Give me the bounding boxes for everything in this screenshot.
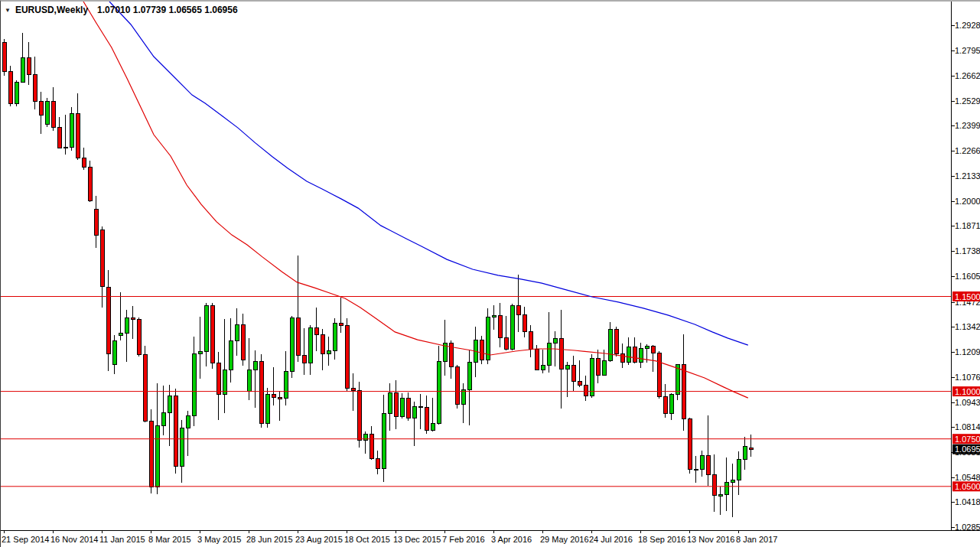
candle-body	[431, 423, 435, 431]
y-tick-label: 1.26620	[955, 71, 980, 80]
svg-text:1.05000: 1.05000	[955, 482, 980, 491]
chart-window: ▼ EURUSD,Weekly 1.07010 1.07739 1.06565 …	[0, 0, 980, 547]
candle-body	[284, 371, 288, 398]
candle-body	[510, 306, 514, 349]
candle-body	[737, 459, 741, 480]
price-scale[interactable]: 1.292801.279501.266201.252901.239951.226…	[952, 21, 980, 532]
y-tick-label: 1.27950	[955, 46, 980, 55]
x-tick-label: 28 Jun 2015	[246, 535, 293, 544]
candle-body	[455, 366, 459, 404]
y-tick-label: 1.12095	[955, 347, 980, 357]
candle-body	[100, 230, 104, 286]
candle-body	[161, 412, 165, 425]
candle-body	[467, 363, 471, 390]
candle-body	[382, 413, 386, 468]
x-tick-label: 24 Jul 2016	[589, 535, 633, 544]
candle-body	[596, 358, 600, 375]
candle-body	[45, 101, 49, 125]
candle-body	[296, 317, 300, 355]
candle-body	[259, 361, 263, 423]
candle-body	[412, 406, 416, 418]
candle-body	[39, 102, 43, 116]
candle-body	[418, 406, 422, 407]
candle-body	[106, 287, 110, 353]
y-tick-label: 1.21335	[955, 171, 980, 181]
y-tick-label: 1.09435	[955, 398, 980, 407]
candle-body	[590, 358, 594, 396]
candle-body	[351, 388, 355, 390]
candle-body	[706, 456, 710, 475]
candle-body	[253, 361, 257, 370]
candle-body	[437, 362, 441, 424]
candle-body	[155, 425, 159, 487]
hline-axis-label: 1.05000	[952, 481, 980, 491]
x-tick-label: 16 Nov 2014	[50, 535, 98, 544]
candle-body	[15, 83, 18, 104]
candle-body	[743, 447, 747, 460]
candle-body	[363, 435, 367, 441]
candle-body	[724, 483, 728, 495]
candle-body	[345, 325, 349, 388]
candle-body	[682, 365, 685, 419]
candle-body	[676, 365, 679, 395]
candle-body	[486, 317, 490, 360]
x-tick-label: 13 Dec 2015	[393, 535, 441, 544]
candle-body	[33, 74, 37, 102]
candle-body	[51, 101, 55, 127]
candle-body	[614, 330, 618, 354]
candle-body	[492, 315, 496, 317]
y-tick-label: 1.10765	[955, 373, 980, 382]
candle-body	[327, 350, 330, 354]
y-tick-label: 1.25290	[955, 96, 980, 106]
candle-body	[57, 127, 61, 148]
candle-body	[388, 393, 392, 414]
ohlc-quote-line: 1.07010 1.07739 1.06565 1.06956	[97, 5, 238, 15]
candle-body	[620, 354, 624, 363]
candle-body	[504, 337, 508, 349]
candle-body	[217, 363, 220, 394]
symbol-period-label: EURUSD,Weekly	[15, 5, 88, 15]
x-tick-label: 23 Aug 2015	[295, 535, 343, 544]
y-tick-label: 1.02855	[955, 523, 980, 532]
x-tick-label: 8 Jan 2017	[736, 535, 777, 544]
candle-body	[400, 398, 404, 417]
candle-body	[302, 356, 306, 363]
chart-background	[1, 2, 980, 547]
x-tick-label: 7 Feb 2016	[442, 535, 485, 544]
candle-body	[76, 114, 80, 158]
candle-body	[578, 382, 581, 386]
price-chart[interactable]: 1.292801.279501.266201.252901.239951.226…	[1, 2, 980, 547]
candle-body	[180, 428, 184, 466]
x-tick-label: 11 Jan 2015	[99, 535, 145, 544]
candle-body	[461, 390, 465, 405]
candle-body	[192, 354, 196, 416]
chart-title-bar: ▼ EURUSD,Weekly 1.07010 1.07739 1.06565 …	[5, 5, 238, 15]
candle-body	[584, 385, 588, 396]
candle-body	[529, 331, 532, 349]
candle-body	[272, 395, 275, 398]
candle-body	[94, 209, 98, 235]
candle-body	[663, 397, 667, 414]
y-tick-label: 1.23995	[955, 121, 980, 130]
candle-body	[229, 341, 233, 370]
symbol-dropdown-icon[interactable]: ▼	[5, 7, 11, 14]
candle-body	[535, 349, 539, 370]
candle-body	[547, 344, 551, 366]
candle-body	[712, 475, 716, 496]
svg-text:1.15000: 1.15000	[955, 292, 980, 301]
candle-body	[210, 306, 214, 363]
candle-body	[119, 333, 122, 336]
candle-body	[235, 325, 239, 341]
candle-body	[608, 330, 612, 361]
y-tick-label: 1.08140	[955, 422, 980, 431]
hline-axis-label: 1.10000	[952, 386, 980, 396]
candle-body	[749, 448, 753, 449]
y-tick-label: 1.17380	[955, 246, 980, 256]
candle-body	[290, 317, 294, 371]
candle-body	[516, 306, 520, 315]
candle-body	[602, 360, 606, 375]
candle-body	[333, 324, 337, 350]
candle-body	[651, 347, 655, 353]
candle-body	[241, 325, 245, 360]
candle-body	[694, 469, 698, 470]
